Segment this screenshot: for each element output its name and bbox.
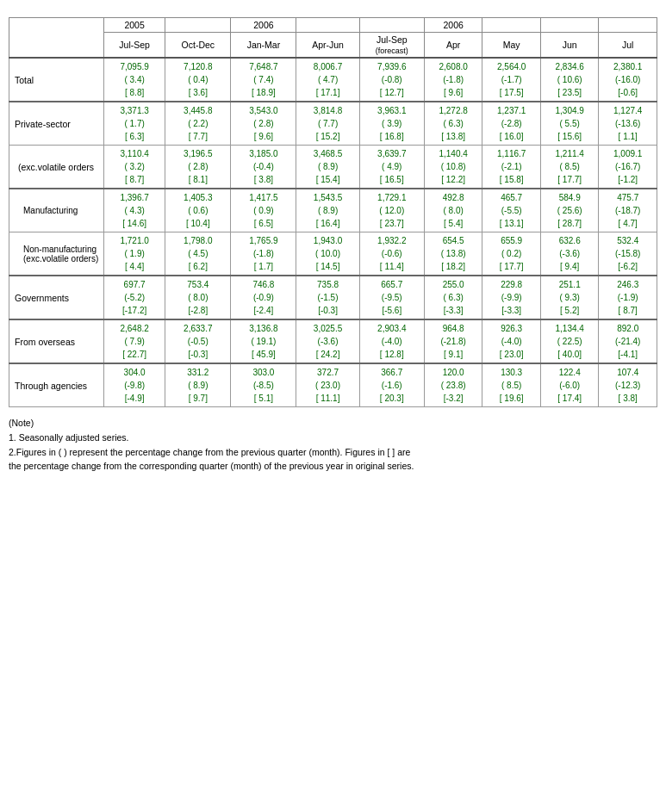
table-cell: 964.8(-21.8)[ 9.1] (424, 319, 482, 363)
table-cell: 7,095.9( 3.4)[ 8.8] (104, 58, 165, 102)
notes-section: (Note)1. Seasonally adjusted series.2.Fi… (9, 416, 657, 474)
note-line: 2.Figures in ( ) represent the percentag… (9, 445, 657, 460)
table-cell: 366.7(-1.6)[ 20.3] (359, 363, 424, 407)
row-label: From overseas (9, 319, 104, 363)
table-cell: 1,765.9(-1.8)[ 1.7] (231, 232, 296, 276)
table-cell: 2,380.1(-16.0)[-0.6] (599, 58, 657, 102)
header-jun: Jun (540, 33, 599, 59)
table-cell: 1,396.7( 4.3)[ 14.6] (104, 189, 165, 232)
table-cell: 1,140.4( 10.8)[ 12.2] (424, 146, 482, 189)
row-label: Non-manufacturing(exc.volatile orders) (9, 232, 104, 276)
table-cell: 3,110.4( 3.2)[ 8.7] (104, 146, 165, 189)
table-cell: 3,963.1( 3.9)[ 16.8] (359, 102, 424, 146)
header-jul: Jul (599, 33, 657, 59)
header-empty-4 (359, 18, 424, 33)
row-label: (exc.volatile orders (9, 146, 104, 189)
note-line: the percentage change from the correspon… (9, 459, 657, 474)
header-empty-2 (165, 18, 231, 33)
table-cell: 1,932.2(-0.6)[ 11.4] (359, 232, 424, 276)
table-cell: 492.8( 8.0)[ 5.4] (424, 189, 482, 232)
table-cell: 246.3(-1.9)[ 8.7] (599, 276, 657, 319)
main-table: 2005 2006 2006 Jul-Sep Oct-Dec Jan-Mar A… (9, 17, 657, 407)
table-cell: 3,185.0(-0.4)[ 3.8] (231, 146, 296, 189)
header-apr-jun: Apr-Jun (296, 33, 359, 59)
table-cell: 3,814.8( 7.7)[ 15.2] (296, 102, 359, 146)
table-cell: 255.0( 6.3)[-3.3] (424, 276, 482, 319)
table-cell: 3,196.5( 2.8)[ 8.1] (165, 146, 231, 189)
table-cell: 1,543.5( 8.9)[ 16.4] (296, 189, 359, 232)
row-label: Through agencies (9, 363, 104, 407)
table-row: Total7,095.9( 3.4)[ 8.8]7,120.8( 0.4)[ 3… (9, 58, 657, 102)
table-cell: 3,445.8( 2.2)[ 7.7] (165, 102, 231, 146)
note-line: 1. Seasonally adjusted series. (9, 431, 657, 445)
header-may: May (482, 33, 541, 59)
table-cell: 120.0( 23.8)[-3.2] (424, 363, 482, 407)
table-cell: 8,006.7( 4.7)[ 17.1] (296, 58, 359, 102)
row-label: Governments (9, 276, 104, 319)
table-cell: 372.7( 23.0)[ 11.1] (296, 363, 359, 407)
table-cell: 331.2( 8.9)[ 9.7] (165, 363, 231, 407)
table-cell: 655.9( 0.2)[ 17.7] (482, 232, 541, 276)
table-cell: 735.8(-1.5)[-0.3] (296, 276, 359, 319)
header-row-2: Jul-Sep Oct-Dec Jan-Mar Apr-Jun Jul-Sep(… (9, 33, 657, 59)
table-cell: 1,405.3( 0.6)[ 10.4] (165, 189, 231, 232)
table-cell: 665.7(-9.5)[-5.6] (359, 276, 424, 319)
table-cell: 1,798.0( 4.5)[ 6.2] (165, 232, 231, 276)
table-cell: 304.0(-9.8)[-4.9] (104, 363, 165, 407)
table-cell: 1,304.9( 5.5)[ 15.6] (540, 102, 599, 146)
row-label: Total (9, 58, 104, 102)
table-cell: 2,648.2( 7.9)[ 22.7] (104, 319, 165, 363)
header-2006b: 2006 (424, 18, 482, 33)
table-cell: 1,417.5( 0.9)[ 6.5] (231, 189, 296, 232)
table-cell: 532.4(-15.8)[-6.2] (599, 232, 657, 276)
header-2006a: 2006 (231, 18, 296, 33)
table-cell: 753.4( 8.0)[-2.8] (165, 276, 231, 319)
table-cell: 1,943.0( 10.0)[ 14.5] (296, 232, 359, 276)
table-cell: 584.9( 25.6)[ 28.7] (540, 189, 599, 232)
table-cell: 746.8(-0.9)[-2.4] (231, 276, 296, 319)
note-line: (Note) (9, 416, 657, 431)
header-empty-6 (540, 18, 599, 33)
table-cell: 3,639.7( 4.9)[ 16.5] (359, 146, 424, 189)
table-cell: 697.7(-5.2)[-17.2] (104, 276, 165, 319)
table-cell: 1,116.7(-2.1)[ 15.8] (482, 146, 541, 189)
header-empty-5 (482, 18, 541, 33)
header-empty-7 (599, 18, 657, 33)
header-jan-mar: Jan-Mar (231, 33, 296, 59)
header-oct-dec: Oct-Dec (165, 33, 231, 59)
table-cell: 926.3(-4.0)[ 23.0] (482, 319, 541, 363)
table-cell: 3,025.5(-3.6)[ 24.2] (296, 319, 359, 363)
table-cell: 465.7(-5.5)[ 13.1] (482, 189, 541, 232)
table-row: Private-sector3,371.3( 1.7)[ 6.3]3,445.8… (9, 102, 657, 146)
table-cell: 2,633.7(-0.5)[-0.3] (165, 319, 231, 363)
table-cell: 1,134.4( 22.5)[ 40.0] (540, 319, 599, 363)
table-cell: 1,237.1(-2.8)[ 16.0] (482, 102, 541, 146)
table-row: From overseas2,648.2( 7.9)[ 22.7]2,633.7… (9, 319, 657, 363)
table-cell: 2,564.0(-1.7)[ 17.5] (482, 58, 541, 102)
table-cell: 7,120.8( 0.4)[ 3.6] (165, 58, 231, 102)
table-cell: 122.4(-6.0)[ 17.4] (540, 363, 599, 407)
table-cell: 475.7(-18.7)[ 4.7] (599, 189, 657, 232)
table-cell: 2,608.0(-1.8)[ 9.6] (424, 58, 482, 102)
header-empty-3 (296, 18, 359, 33)
table-cell: 3,371.3( 1.7)[ 6.3] (104, 102, 165, 146)
table-cell: 1,729.1( 12.0)[ 23.7] (359, 189, 424, 232)
table-cell: 3,543.0( 2.8)[ 9.6] (231, 102, 296, 146)
table-cell: 7,648.7( 7.4)[ 18.9] (231, 58, 296, 102)
table-cell: 251.1( 9.3)[ 5.2] (540, 276, 599, 319)
table-row: Non-manufacturing(exc.volatile orders)1,… (9, 232, 657, 276)
table-row: Governments697.7(-5.2)[-17.2]753.4( 8.0)… (9, 276, 657, 319)
table-cell: 229.8(-9.9)[-3.3] (482, 276, 541, 319)
header-apr: Apr (424, 33, 482, 59)
table-cell: 654.5( 13.8)[ 18.2] (424, 232, 482, 276)
row-label: Manufacturing (9, 189, 104, 232)
table-cell: 130.3( 8.5)[ 19.6] (482, 363, 541, 407)
table-cell: 1,721.0( 1.9)[ 4.4] (104, 232, 165, 276)
table-cell: 7,939.6(-0.8)[ 12.7] (359, 58, 424, 102)
header-row-1: 2005 2006 2006 (9, 18, 657, 33)
table-cell: 1,272.8( 6.3)[ 13.8] (424, 102, 482, 146)
header-empty-1 (9, 18, 104, 59)
table-cell: 2,834.6( 10.6)[ 23.5] (540, 58, 599, 102)
table-row: Manufacturing1,396.7( 4.3)[ 14.6]1,405.3… (9, 189, 657, 232)
table-cell: 632.6(-3.6)[ 9.4] (540, 232, 599, 276)
